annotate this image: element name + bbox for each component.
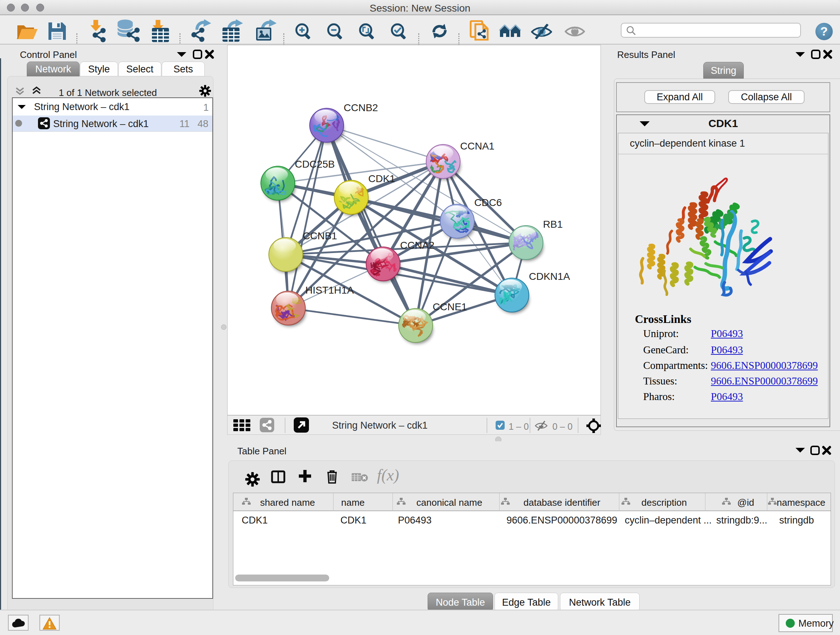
svg-text:CCNE1: CCNE1 bbox=[433, 301, 467, 312]
svg-text:RB1: RB1 bbox=[543, 219, 562, 230]
svg-text:CCNA1: CCNA1 bbox=[460, 141, 494, 152]
svg-text:CCNB1: CCNB1 bbox=[303, 230, 337, 241]
svg-text:CDC6: CDC6 bbox=[474, 197, 502, 208]
svg-text:HIST1H1A: HIST1H1A bbox=[305, 285, 354, 296]
svg-text:CCNB2: CCNB2 bbox=[344, 102, 378, 113]
svg-text:CDK1: CDK1 bbox=[368, 173, 395, 184]
svg-text:CCNA2: CCNA2 bbox=[400, 240, 434, 251]
svg-text:CDC25B: CDC25B bbox=[295, 158, 335, 170]
svg-text:CDKN1A: CDKN1A bbox=[529, 271, 570, 282]
